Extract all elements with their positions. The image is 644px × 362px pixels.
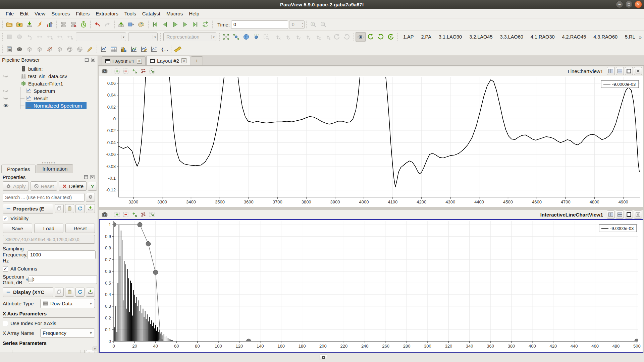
rescale-temporal-range-button[interactable]: t: [55, 32, 65, 42]
eye-closed-icon[interactable]: [0, 73, 11, 79]
visibility-checkbox[interactable]: ✓: [3, 216, 8, 221]
display-section-button[interactable]: Display (XYC: [3, 287, 53, 297]
close-tab-icon[interactable]: ✕: [137, 59, 142, 64]
split-horizontal-icon[interactable]: [616, 210, 624, 219]
menu-file[interactable]: File: [3, 10, 17, 17]
macro-5rl-button[interactable]: 5.RL: [623, 33, 638, 41]
rescale-visible-range-button[interactable]: e: [65, 32, 75, 42]
rescale-data-range-button[interactable]: [35, 32, 45, 42]
maximize-view-icon[interactable]: [625, 210, 633, 219]
close-panel-icon[interactable]: [91, 57, 96, 62]
menu-edit[interactable]: Edit: [17, 10, 32, 17]
paste-display-button[interactable]: [65, 288, 74, 297]
apply-changes-button[interactable]: [116, 19, 126, 29]
zoom-in-button[interactable]: [308, 19, 318, 29]
zoom-closest-to-data-button[interactable]: [251, 32, 261, 42]
close-button[interactable]: ✕: [635, 1, 642, 8]
reset-camera-button[interactable]: [221, 32, 231, 42]
variable-column-header[interactable]: Variable: [27, 350, 81, 353]
pipeline-item-spectrum[interactable]: Spectrum: [0, 87, 98, 95]
zoom-box-button[interactable]: [261, 32, 271, 42]
set-view-minus-y-button[interactable]: -Y: [302, 32, 312, 42]
x-array-name-combo[interactable]: Frequency ▼: [40, 328, 95, 338]
menu-help[interactable]: Help: [186, 10, 202, 17]
spreadsheet-calculator-button[interactable]: [4, 44, 14, 54]
equalizer-control-point[interactable]: [246, 339, 251, 344]
toolbar-overflow-chevron[interactable]: »: [639, 34, 644, 40]
vcr-first-frame-button[interactable]: [150, 19, 160, 29]
camera-undo-button[interactable]: [386, 32, 396, 42]
paste-properties-button[interactable]: [65, 204, 74, 213]
pipeline-item-builtin[interactable]: builtin:: [0, 65, 98, 72]
legend-column-header[interactable]: L: [81, 350, 84, 353]
set-view-minus-x-button[interactable]: -X: [281, 32, 291, 42]
maximize-button[interactable]: □: [625, 1, 633, 8]
menu-macros[interactable]: Macros: [163, 10, 186, 17]
close-view-icon[interactable]: [634, 67, 642, 75]
slice-filter-button[interactable]: [35, 44, 45, 54]
reset-button[interactable]: Reset: [31, 181, 57, 191]
search-input[interactable]: [3, 193, 85, 202]
interactive-line-chart-view[interactable]: 0204060801001201401601802002202402602803…: [99, 219, 643, 353]
add-view-icon[interactable]: [113, 210, 121, 219]
rotate-90-ccw-button[interactable]: [332, 32, 342, 42]
float-properties-icon[interactable]: [84, 175, 89, 180]
attribute-type-combo[interactable]: Row Data ▼: [40, 299, 95, 308]
contour-filter-button[interactable]: [75, 44, 85, 54]
reset-defaults-button[interactable]: [75, 204, 85, 213]
clip-filter-button[interactable]: [24, 44, 35, 54]
properties-section-button[interactable]: Properties (E: [3, 204, 53, 214]
python-calculator-button[interactable]: {...}: [159, 44, 169, 54]
zoom-out-button[interactable]: [318, 19, 328, 29]
save-display-button[interactable]: [86, 288, 95, 297]
rescale-custom-range-button[interactable]: c: [45, 32, 55, 42]
panel-splitter[interactable]: ●●●●●●: [0, 161, 98, 164]
reset-display-button[interactable]: [75, 288, 85, 297]
vcr-next-frame-button[interactable]: [180, 19, 190, 29]
separate-color-map-button[interactable]: 2: [24, 32, 35, 42]
plot-data-button[interactable]: [129, 44, 139, 54]
set-view-plus-y-button[interactable]: +Y: [291, 32, 302, 42]
add-camera-link-button[interactable]: [366, 32, 376, 42]
probe-location-button[interactable]: [149, 44, 159, 54]
remove-view-icon[interactable]: [121, 67, 130, 75]
pipeline-item-equalizerfilter1[interactable]: EqualizerFilter1: [0, 80, 98, 87]
help-button[interactable]: ?: [88, 182, 97, 191]
plot-over-line-button[interactable]: [99, 44, 109, 54]
remove-view-icon[interactable]: [121, 210, 130, 219]
menu-view[interactable]: View: [32, 10, 48, 17]
macro-31lao30-button[interactable]: 3.1.LAO30: [436, 33, 464, 41]
time-input[interactable]: [231, 20, 288, 29]
minimize-button[interactable]: –: [616, 1, 623, 8]
save-points-button[interactable]: Save: [3, 224, 32, 233]
selection-points-icon[interactable]: [139, 67, 148, 75]
menu-tools[interactable]: Tools: [121, 10, 139, 17]
split-view-icon[interactable]: [130, 210, 139, 219]
macro-2pa-button[interactable]: 2.PA: [419, 33, 433, 41]
equalizer-control-point[interactable]: [146, 241, 151, 246]
server-connect-button[interactable]: [58, 19, 68, 29]
save-defaults-button[interactable]: [86, 204, 95, 213]
link-camera-button[interactable]: [376, 32, 386, 42]
save-data-button[interactable]: [24, 19, 35, 29]
zoom-selection-icon[interactable]: [148, 67, 156, 75]
search-options-button[interactable]: [86, 193, 95, 202]
close-view-icon[interactable]: [634, 210, 642, 219]
save-file-button[interactable]: [14, 19, 24, 29]
split-vertical-icon[interactable]: [607, 67, 615, 75]
pipeline-item-test-sin-data-csv[interactable]: test_sin_data.csv: [0, 72, 98, 80]
time-index-spinbox[interactable]: 0▴▾: [289, 20, 305, 29]
glyph-sphere-button[interactable]: [65, 44, 75, 54]
copy-properties-button[interactable]: [55, 204, 64, 213]
rotate-90-cw-button[interactable]: [342, 32, 352, 42]
line-chart-view[interactable]: 3200330034003500360037003800390040004100…: [99, 76, 643, 207]
color-by-combo[interactable]: ▾: [76, 33, 126, 41]
zoom-to-data-button[interactable]: [231, 32, 241, 42]
zoom-selection-icon[interactable]: [148, 210, 156, 219]
view-splitter[interactable]: [98, 207, 644, 210]
macro-43rao60-button[interactable]: 4.3.RAO60: [591, 33, 620, 41]
show-center-axes-button[interactable]: [356, 32, 366, 42]
macro-41rao30-button[interactable]: 4.1.RAO30: [528, 33, 557, 41]
set-view-plus-z-button[interactable]: +Z: [312, 32, 322, 42]
sampling-frequency-input[interactable]: [28, 250, 96, 259]
